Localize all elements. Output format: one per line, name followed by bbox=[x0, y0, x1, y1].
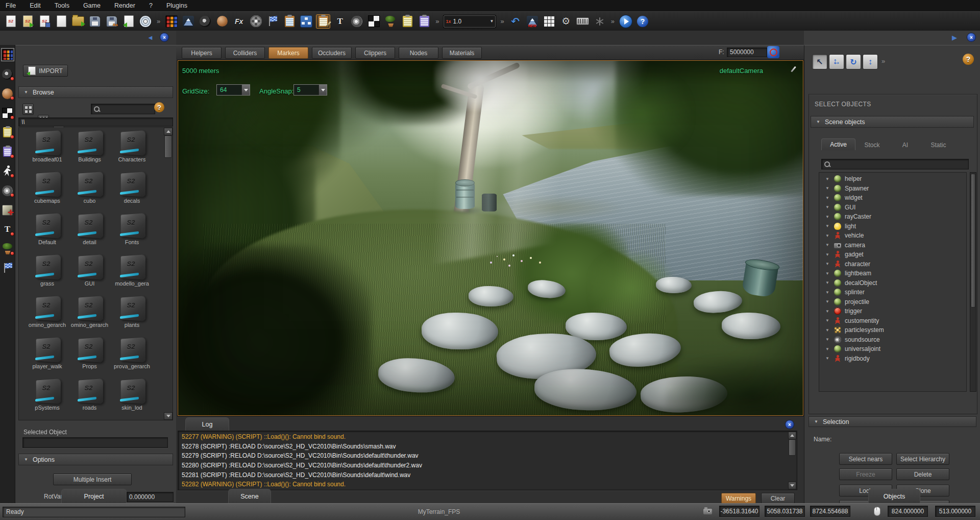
expander-icon[interactable]: ▼ bbox=[825, 243, 830, 247]
tree-item[interactable]: ▼ vehicle bbox=[819, 231, 966, 241]
rubik-cube-icon[interactable] bbox=[165, 15, 178, 28]
folder-search-box[interactable] bbox=[91, 104, 155, 114]
folder-item[interactable]: S2 Fonts bbox=[111, 212, 153, 253]
expander-icon[interactable]: ▼ bbox=[825, 280, 830, 285]
objects-search-input[interactable] bbox=[830, 160, 968, 169]
tree-scrollbar[interactable] bbox=[970, 172, 976, 392]
options-section-header[interactable]: ▼ Options bbox=[18, 454, 173, 465]
folder-item[interactable]: S2 cubemaps bbox=[26, 171, 68, 212]
scene-objects-tab[interactable]: AI bbox=[889, 139, 922, 150]
selection-button[interactable]: Select nears bbox=[839, 453, 892, 465]
strip-checkerboard-icon[interactable] bbox=[2, 107, 14, 119]
terrain-icon[interactable] bbox=[182, 15, 195, 28]
folder-item[interactable]: S2 prova_gerarch bbox=[111, 336, 153, 377]
tree-item[interactable]: ▼ camera bbox=[819, 241, 966, 250]
expander-icon[interactable]: ▼ bbox=[825, 224, 830, 228]
expander-icon[interactable]: ▼ bbox=[825, 186, 830, 191]
chevron-down-icon[interactable]: ▼ bbox=[490, 19, 494, 23]
open-folder-icon[interactable] bbox=[71, 15, 85, 28]
text-tool-icon[interactable]: T bbox=[333, 15, 347, 28]
mode-button[interactable]: Occluders bbox=[312, 47, 352, 59]
tab-scene[interactable]: Scene bbox=[228, 489, 271, 503]
selection-button[interactable]: Freeze bbox=[839, 468, 892, 480]
objects-help-icon[interactable]: ? bbox=[963, 54, 974, 65]
menu-item[interactable]: ? bbox=[149, 2, 153, 9]
tree-item[interactable]: ▼ Spawner bbox=[819, 184, 966, 194]
viewport-canvas[interactable]: 5000 meters GridSize: 64 AngleSnap: 5 de… bbox=[178, 61, 803, 415]
folder-item[interactable]: S2 cubo bbox=[68, 171, 111, 212]
tree-item[interactable]: ▼ rigidbody bbox=[819, 354, 966, 364]
menu-item[interactable]: File bbox=[6, 2, 16, 9]
expander-icon[interactable]: ▼ bbox=[825, 215, 830, 219]
terrain-new-icon[interactable]: NEW bbox=[526, 15, 539, 28]
folder-item[interactable]: S2 modello_gera bbox=[111, 253, 153, 295]
folder-item[interactable]: S2 plants bbox=[111, 295, 153, 336]
folder-item[interactable]: S2 omino_gerarch bbox=[26, 295, 68, 336]
scene-objects-tab[interactable]: Active bbox=[821, 138, 855, 150]
folder-item[interactable]: S2 skin_lod bbox=[111, 377, 153, 419]
speaker-icon[interactable] bbox=[350, 15, 363, 28]
fx-icon[interactable]: Fx bbox=[232, 15, 246, 28]
viewport-tool-icon[interactable] bbox=[792, 65, 799, 72]
folders-scroll-up[interactable] bbox=[164, 128, 173, 135]
anglesnap-dropdown[interactable]: 5 bbox=[293, 84, 327, 96]
strip-speaker-icon[interactable] bbox=[2, 184, 14, 197]
menu-item[interactable]: Tools bbox=[55, 2, 69, 9]
log-scroll-up[interactable] bbox=[788, 432, 796, 439]
expander-icon[interactable]: ▼ bbox=[825, 337, 830, 342]
scene-objects-tab[interactable]: Static bbox=[922, 139, 955, 150]
focus-target-icon[interactable] bbox=[767, 46, 779, 58]
tree-item[interactable]: ▼ light bbox=[819, 222, 966, 231]
checkerboard-icon[interactable] bbox=[367, 15, 380, 28]
folder-item[interactable]: S2 roads bbox=[68, 377, 111, 419]
film-reel-icon[interactable] bbox=[249, 15, 262, 28]
browse-help-icon[interactable]: ? bbox=[154, 102, 164, 112]
folder-item[interactable]: S2 Default bbox=[26, 212, 68, 253]
note-purple-icon[interactable] bbox=[418, 15, 431, 28]
tools-overflow-icon[interactable]: » bbox=[880, 57, 886, 65]
folder-item[interactable]: S2 Characters bbox=[111, 129, 153, 171]
expander-icon[interactable]: ▼ bbox=[825, 205, 830, 209]
clear-log-button[interactable]: Clear bbox=[761, 493, 795, 504]
tree-item[interactable]: ▼ rayCaster bbox=[819, 212, 966, 222]
grid-icon[interactable] bbox=[543, 15, 556, 28]
tab-objects[interactable]: Objects bbox=[868, 489, 920, 503]
expander-icon[interactable]: ▼ bbox=[825, 196, 830, 200]
chevron-down-icon[interactable] bbox=[318, 85, 327, 95]
save-icon[interactable] bbox=[88, 15, 102, 28]
log-scroll-down[interactable] bbox=[788, 482, 796, 489]
undo-icon[interactable]: ↶ bbox=[509, 15, 522, 28]
selection-button[interactable]: Select Hierarchy bbox=[896, 453, 949, 465]
folder-item[interactable]: S2 broadleaf01 bbox=[26, 129, 68, 171]
s2-save-icon[interactable]: S2 bbox=[38, 15, 51, 28]
gridsize-dropdown[interactable]: 64 bbox=[216, 84, 250, 96]
browse-section-header[interactable]: ▼ Browse bbox=[18, 86, 173, 98]
expander-icon[interactable]: ▼ bbox=[825, 233, 830, 238]
hierarchy-icon[interactable] bbox=[300, 15, 313, 28]
select-tool-icon[interactable]: ↖ bbox=[812, 54, 827, 69]
folder-item[interactable]: S2 Buildings bbox=[68, 129, 111, 171]
note-yellow-icon[interactable] bbox=[401, 15, 414, 28]
folder-item[interactable]: S2 detail bbox=[68, 212, 111, 253]
tree-item[interactable]: ▼ widget bbox=[819, 193, 966, 203]
gear-icon[interactable]: ⚙ bbox=[559, 15, 573, 28]
folders-scroll-down[interactable] bbox=[164, 412, 173, 420]
strip-rubik-cube-icon[interactable] bbox=[2, 49, 14, 61]
tree-item[interactable]: ▼ GUI bbox=[819, 203, 966, 212]
strip-character-icon[interactable] bbox=[2, 165, 14, 177]
play-icon[interactable] bbox=[619, 15, 632, 28]
expander-icon[interactable]: ▼ bbox=[825, 309, 830, 314]
tree-item[interactable]: ▼ soundsource bbox=[819, 335, 966, 345]
strip-add-cube-icon[interactable] bbox=[2, 204, 14, 216]
tree-item[interactable]: ▼ helper bbox=[819, 174, 966, 184]
wheel-icon[interactable] bbox=[199, 15, 212, 28]
toolbar-overflow-icon[interactable]: » bbox=[434, 17, 440, 25]
mode-button[interactable]: Nodes bbox=[399, 47, 438, 59]
menu-item[interactable]: Game bbox=[83, 2, 101, 9]
tree-item[interactable]: ▼ character bbox=[819, 259, 966, 269]
tree-item[interactable]: ▼ gadget bbox=[819, 250, 966, 259]
rotvar-value-field[interactable]: 0.000000 bbox=[127, 492, 174, 502]
close-panel-icon[interactable]: × bbox=[967, 33, 975, 41]
folder-item[interactable]: S2 grass bbox=[26, 253, 68, 295]
warnings-filter-button[interactable]: Warnings bbox=[721, 493, 756, 504]
